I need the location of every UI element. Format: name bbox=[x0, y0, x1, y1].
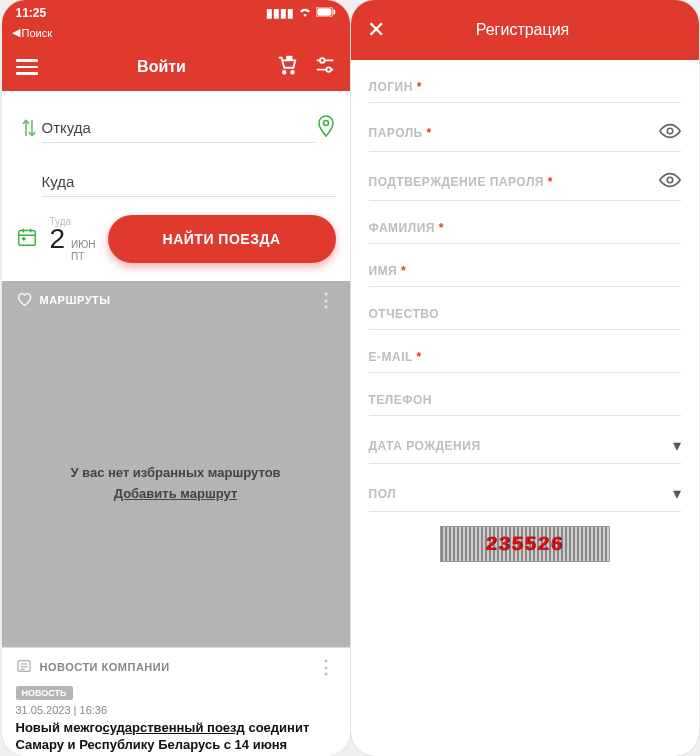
search-screen: 11:25 ▮▮▮▮ ◀ Поиск Войти 0 bbox=[2, 0, 350, 756]
captcha-image: 235526 bbox=[440, 526, 610, 562]
routes-empty-message: У вас нет избранных маршрутов bbox=[70, 465, 280, 480]
status-time: 11:25 bbox=[16, 6, 47, 20]
news-icon bbox=[16, 658, 32, 676]
phone-field[interactable]: ТЕЛЕФОН bbox=[369, 373, 681, 416]
svg-point-11 bbox=[323, 121, 328, 126]
departure-date[interactable]: Туда 2 ИЮН Пт bbox=[50, 216, 96, 263]
app-header: Войти 0 bbox=[2, 43, 350, 91]
chevron-left-icon: ◀ bbox=[12, 26, 20, 39]
svg-point-22 bbox=[667, 177, 673, 183]
svg-point-8 bbox=[319, 58, 324, 63]
news-article-title[interactable]: Новый межгосударственный поезд соединит … bbox=[16, 720, 336, 754]
signal-icon: ▮▮▮▮ bbox=[266, 6, 294, 20]
login-field[interactable]: ЛОГИН * bbox=[369, 60, 681, 103]
wifi-icon bbox=[298, 6, 312, 20]
registration-header: ✕ Регистрация bbox=[351, 0, 699, 60]
eye-icon[interactable] bbox=[659, 123, 681, 143]
login-button[interactable]: Войти bbox=[38, 58, 276, 76]
status-bar: 11:25 ▮▮▮▮ bbox=[2, 0, 350, 26]
news-tag: НОВОСТЬ bbox=[16, 686, 73, 700]
news-section: НОВОСТИ КОМПАНИИ ⋮ НОВОСТЬ 31.05.2023 | … bbox=[2, 647, 350, 756]
battery-icon bbox=[316, 6, 336, 20]
svg-point-16 bbox=[22, 238, 24, 240]
password-confirm-field[interactable]: ПОДТВЕРЖДЕНИЕ ПАРОЛЯ * bbox=[369, 152, 681, 201]
birthdate-field[interactable]: ДАТА РОЖДЕНИЯ ▾ bbox=[369, 416, 681, 464]
email-field[interactable]: E-MAIL * bbox=[369, 330, 681, 373]
routes-heading: МАРШРУТЫ bbox=[40, 294, 111, 306]
svg-point-4 bbox=[291, 71, 294, 74]
settings-sliders-icon[interactable] bbox=[314, 54, 336, 80]
chevron-down-icon: ▾ bbox=[673, 484, 681, 503]
svg-point-10 bbox=[326, 67, 331, 72]
password-field[interactable]: ПАРОЛЬ * bbox=[369, 103, 681, 152]
back-search-label: Поиск bbox=[22, 27, 52, 39]
captcha: 235526 bbox=[369, 512, 681, 566]
to-field[interactable]: Куда bbox=[42, 167, 336, 197]
eye-icon[interactable] bbox=[659, 172, 681, 192]
gender-field[interactable]: ПОЛ ▾ bbox=[369, 464, 681, 512]
lastname-field[interactable]: ФАМИЛИЯ * bbox=[369, 201, 681, 244]
captcha-text: 235526 bbox=[485, 533, 565, 556]
add-route-link[interactable]: Добавить маршрут bbox=[114, 486, 238, 501]
heart-icon bbox=[16, 291, 32, 309]
location-icon[interactable] bbox=[316, 114, 336, 142]
svg-rect-2 bbox=[333, 10, 335, 15]
calendar-icon[interactable] bbox=[16, 226, 38, 252]
news-heading: НОВОСТИ КОМПАНИИ bbox=[40, 661, 170, 673]
svg-text:0: 0 bbox=[288, 57, 290, 61]
firstname-field[interactable]: ИМЯ * bbox=[369, 244, 681, 287]
registration-form: ЛОГИН * ПАРОЛЬ * ПОДТВЕРЖДЕНИЕ ПАРОЛЯ * … bbox=[351, 60, 699, 756]
search-form: Откуда Куда Туда 2 ИЮН Пт bbox=[2, 91, 350, 281]
cart-icon[interactable]: 0 bbox=[276, 54, 298, 80]
svg-point-3 bbox=[282, 71, 285, 74]
hamburger-icon[interactable] bbox=[16, 59, 38, 75]
registration-screen: ✕ Регистрация ЛОГИН * ПАРОЛЬ * ПОДТВЕРЖД… bbox=[351, 0, 699, 756]
news-date: 31.05.2023 | 16:36 bbox=[16, 704, 336, 716]
back-to-search[interactable]: ◀ Поиск bbox=[2, 26, 350, 43]
from-field[interactable]: Откуда bbox=[42, 113, 316, 143]
svg-rect-12 bbox=[18, 231, 35, 246]
registration-title: Регистрация bbox=[385, 21, 683, 39]
chevron-down-icon: ▾ bbox=[673, 436, 681, 455]
date-dow: Пт bbox=[71, 251, 96, 263]
svg-rect-1 bbox=[317, 8, 331, 16]
status-icons: ▮▮▮▮ bbox=[266, 6, 336, 20]
routes-section: МАРШРУТЫ ⋮ У вас нет избранных маршрутов… bbox=[2, 281, 350, 647]
find-trains-button[interactable]: НАЙТИ ПОЕЗДА bbox=[108, 215, 336, 263]
date-month: ИЮН bbox=[71, 239, 96, 251]
close-icon[interactable]: ✕ bbox=[367, 17, 385, 43]
date-day: 2 bbox=[50, 223, 66, 255]
patronymic-field[interactable]: ОТЧЕСТВО bbox=[369, 287, 681, 330]
svg-point-21 bbox=[667, 128, 673, 134]
swap-icon[interactable] bbox=[16, 117, 42, 139]
